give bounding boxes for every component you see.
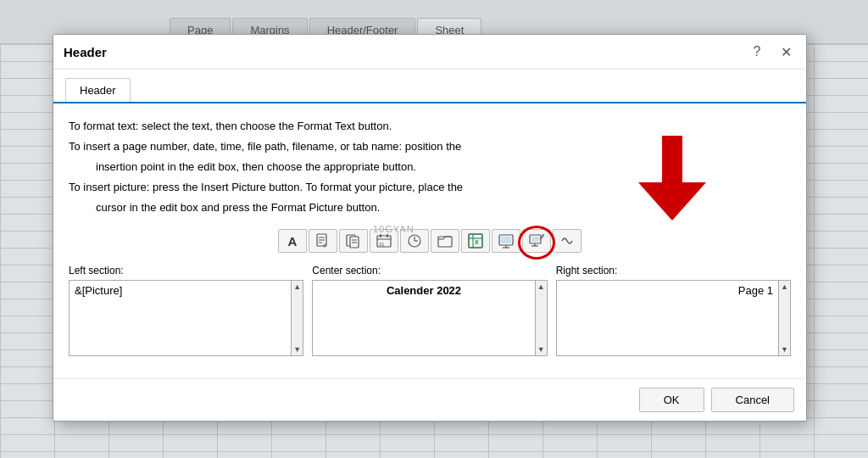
- dialog-footer: OK Cancel: [53, 378, 806, 421]
- left-section-scrollbar: ▲ ▼: [292, 280, 303, 356]
- insert-filepath-button[interactable]: [431, 229, 459, 253]
- cancel-button[interactable]: Cancel: [711, 388, 794, 412]
- center-section-input-area: Calender 2022 ▲ ▼: [312, 280, 547, 356]
- close-button[interactable]: ✕: [776, 42, 796, 62]
- insert-page-number-button[interactable]: #: [309, 229, 337, 253]
- help-button[interactable]: ?: [747, 42, 767, 62]
- left-section-label: Left section:: [69, 265, 303, 276]
- center-section-input[interactable]: Calender 2022: [312, 280, 535, 356]
- date-icon: 31: [376, 233, 392, 249]
- right-scroll-up[interactable]: ▲: [781, 282, 788, 291]
- dialog-title: Header: [64, 45, 107, 59]
- dialog-controls: ? ✕: [747, 42, 796, 62]
- right-section-scrollbar: ▲ ▼: [779, 280, 791, 356]
- header-tab[interactable]: Header: [65, 78, 131, 102]
- dialog-content: To format text: select the text, then ch…: [53, 103, 806, 378]
- sheetname-icon: X: [468, 233, 483, 249]
- red-arrow-indicator: [638, 136, 706, 221]
- svg-rect-31: [531, 237, 539, 242]
- header-dialog: Header ? ✕ Header To format text: select…: [53, 34, 807, 422]
- left-scroll-up[interactable]: ▲: [293, 282, 301, 291]
- header-toolbar: A #: [69, 229, 791, 253]
- watermark-label: 10GYAN: [373, 224, 415, 234]
- svg-marker-1: [638, 182, 706, 221]
- svg-text:31: 31: [379, 242, 385, 247]
- svg-text:#: #: [323, 242, 327, 249]
- center-section-scrollbar: ▲ ▼: [536, 280, 548, 356]
- right-section-label: Right section:: [556, 265, 791, 276]
- insert-sheetname-button[interactable]: X: [461, 229, 490, 253]
- svg-rect-19: [438, 237, 452, 247]
- left-scroll-down[interactable]: ▼: [293, 345, 301, 354]
- extra-icon: [559, 233, 575, 249]
- svg-rect-27: [501, 237, 511, 243]
- left-section-input-area: &[Picture] ▲ ▼: [69, 280, 303, 356]
- divider-1: [303, 265, 312, 356]
- insert-pages-button[interactable]: [339, 229, 368, 253]
- center-section-label: Center section:: [312, 265, 547, 276]
- pages-icon: [346, 233, 361, 249]
- svg-rect-0: [662, 136, 682, 187]
- header-sections: Left section: &[Picture] ▲ ▼ Center sect…: [69, 265, 791, 356]
- center-scroll-up[interactable]: ▲: [537, 282, 545, 291]
- insert-picture-button[interactable]: [492, 229, 520, 253]
- center-scroll-down[interactable]: ▼: [537, 345, 545, 354]
- format-picture-button[interactable]: [522, 229, 551, 253]
- right-section-input[interactable]: Page 1: [556, 280, 779, 356]
- svg-text:X: X: [475, 239, 479, 245]
- left-section-wrapper: Left section: &[Picture] ▲ ▼: [69, 265, 303, 356]
- right-section-input-area: Page 1 ▲ ▼: [556, 280, 791, 356]
- divider-2: [548, 265, 556, 356]
- left-section-input[interactable]: &[Picture]: [69, 280, 292, 356]
- instruction-1: To format text: select the text, then ch…: [69, 117, 791, 136]
- format-picture-icon: [529, 233, 544, 249]
- dialog-inner-tabs: Header: [53, 70, 806, 103]
- ok-button[interactable]: OK: [639, 388, 704, 412]
- format-text-button[interactable]: A: [278, 229, 307, 253]
- insert-picture-icon: [498, 233, 514, 249]
- dialog-titlebar: Header ? ✕: [53, 35, 806, 70]
- right-section-wrapper: Right section: Page 1 ▲ ▼: [556, 265, 791, 356]
- time-icon: [407, 233, 422, 249]
- filepath-icon: [437, 233, 453, 249]
- page-number-icon: #: [315, 233, 331, 249]
- extra-button[interactable]: [553, 229, 581, 253]
- center-section-wrapper: Center section: Calender 2022 ▲ ▼: [312, 265, 547, 356]
- format-text-icon: A: [288, 234, 298, 249]
- right-scroll-down[interactable]: ▼: [781, 345, 788, 354]
